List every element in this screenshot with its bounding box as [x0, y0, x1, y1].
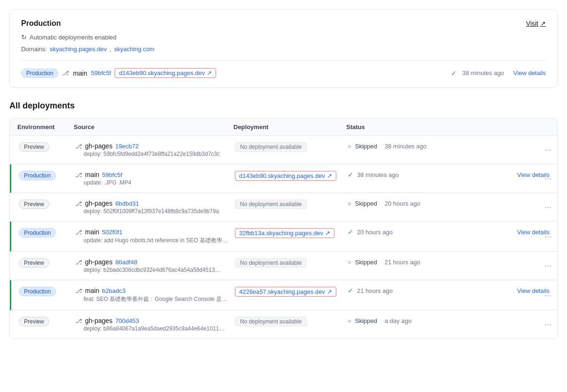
external-link-icon: ↗: [325, 230, 330, 237]
production-badge: Production: [19, 287, 56, 296]
commit-link[interactable]: b2badc3: [102, 287, 125, 294]
skipped-text: Skipped: [355, 259, 377, 266]
col-status: Status: [346, 123, 550, 131]
commit-link[interactable]: 6bdbd31: [115, 200, 139, 207]
branch-name: gh-pages: [85, 142, 112, 150]
source-col: ⎇gh-pages700d453deploy: b86a84067a1a9ea5…: [75, 317, 235, 332]
branch-icon: ⎇: [75, 171, 82, 178]
env-col: Production: [19, 287, 75, 296]
more-options-button[interactable]: ···: [544, 203, 551, 211]
branch-name: main: [85, 228, 99, 236]
status-col: »Skipped21 hours ago: [348, 258, 550, 266]
no-deployment-badge: No deployment available: [235, 317, 307, 326]
table-row: Preview⎇gh-pages6bdbd31deploy: 502f0f100…: [10, 193, 557, 222]
source-sub: update: .JPG .MP4: [75, 179, 235, 186]
branch-name: gh-pages: [85, 258, 112, 266]
section-title: All deployments: [9, 101, 558, 111]
more-options-button[interactable]: ···: [544, 320, 551, 329]
time-text: 20 hours ago: [385, 200, 420, 207]
time-text: 20 hours ago: [357, 229, 393, 236]
commit-link[interactable]: 19ecb72: [115, 143, 139, 150]
production-header: Production Visit ↗: [21, 19, 546, 28]
domains-row: Domains: skyaching.pages.dev , skyaching…: [21, 46, 546, 53]
skipped-text: Skipped: [355, 143, 377, 150]
env-col: Preview: [19, 200, 75, 209]
commit-link[interactable]: 59bfc5f: [102, 171, 122, 178]
deployment-url-link[interactable]: 32fbb13a.skyaching.pages.dev ↗: [235, 228, 334, 238]
status-col: ✓38 minutes agoView details: [348, 171, 550, 178]
commit-link[interactable]: 86adf48: [115, 259, 137, 266]
production-card: Production Visit ↗ ↻ Automatic deploymen…: [9, 9, 558, 88]
no-deployment-badge: No deployment available: [235, 258, 307, 268]
production-deployment-row: Production ⎇ main 59bfc5f d143eb90.skyac…: [21, 68, 546, 78]
branch-icon: ⎇: [75, 143, 82, 150]
more-options-button[interactable]: ···: [544, 261, 551, 270]
table-row: Preview⎇gh-pages86adf48deploy: b2badc308…: [10, 252, 557, 280]
external-link-icon: ↗: [207, 69, 212, 77]
deployment-col: No deployment available: [235, 200, 348, 209]
source-col: ⎇gh-pages19ecb72deploy: 59bfc5fd9edd2e4f…: [75, 142, 235, 157]
env-col: Preview: [19, 258, 75, 268]
no-deployment-badge: No deployment available: [235, 200, 307, 209]
table-row: Production⎇main502f0f1update: add Hugo r…: [10, 222, 557, 252]
status-col: ✓21 hours agoView details: [348, 287, 550, 294]
deployment-url-link[interactable]: d143eb90.skyaching.pages.dev ↗: [115, 68, 216, 78]
deployments-table: Environment Source Deployment Status Pre…: [9, 118, 558, 339]
status-col: »Skipped38 minutes ago: [348, 142, 550, 150]
no-deployment-badge: No deployment available: [235, 142, 307, 152]
source-col: ⎇gh-pages6bdbd31deploy: 502f0f1009ff7a13…: [75, 200, 235, 215]
external-link-icon: ↗: [540, 20, 546, 27]
deployment-col: 32fbb13a.skyaching.pages.dev ↗: [235, 228, 348, 238]
commit-link[interactable]: 502f0f1: [102, 229, 122, 236]
time-text: 38 minutes ago: [357, 171, 399, 178]
branch-icon: ⎇: [62, 69, 69, 77]
more-options-button[interactable]: ···: [544, 146, 551, 154]
env-col: Production: [19, 171, 75, 180]
source-sub: update: add Hugo robots.txt reference in…: [75, 237, 235, 245]
source-sub: deploy: b86a84067a1a9ea5daed2935c8a44e64…: [75, 325, 235, 332]
skipped-text: Skipped: [355, 200, 377, 207]
status-col: ✓20 hours agoView details: [348, 228, 550, 236]
more-options-button[interactable]: ···: [544, 174, 551, 183]
branch-icon: ⎇: [75, 317, 82, 324]
time-text: 21 hours ago: [385, 259, 420, 266]
preview-badge: Preview: [19, 142, 49, 152]
env-col: Preview: [19, 142, 75, 152]
table-header: Environment Source Deployment Status: [10, 119, 557, 136]
deployment-url-link[interactable]: d143eb90.skyaching.pages.dev ↗: [235, 171, 336, 181]
domain-link-pages[interactable]: skyaching.pages.dev: [50, 46, 107, 53]
check-icon: ✓: [348, 287, 353, 294]
status-col: »Skippeda day ago: [348, 317, 550, 324]
time-text: 38 minutes ago: [385, 143, 427, 150]
view-details-link[interactable]: View details: [513, 69, 546, 77]
visit-link[interactable]: Visit ↗: [526, 20, 546, 27]
preview-badge: Preview: [19, 317, 49, 326]
branch-name: main: [85, 171, 99, 178]
status-col: »Skipped20 hours ago: [348, 200, 550, 207]
commit-link[interactable]: 700d453: [115, 317, 139, 324]
production-badge: Production: [21, 69, 58, 78]
source-sub: feat: SEO 基礎教學番外篇：Google Search Console …: [75, 295, 235, 303]
source-col: ⎇gh-pages86adf48deploy: b2badc308cdbc932…: [75, 258, 235, 273]
branch-icon: ⎇: [75, 259, 82, 266]
col-environment: Environment: [17, 123, 74, 131]
source-col: ⎇mainb2badc3feat: SEO 基礎教學番外篇：Google Sea…: [75, 287, 235, 303]
deployment-col: No deployment available: [235, 258, 348, 268]
commit-link[interactable]: 59bfc5f: [91, 69, 111, 77]
refresh-icon: ↻: [21, 33, 27, 41]
col-deployment: Deployment: [233, 123, 346, 131]
skip-icon: »: [348, 142, 351, 150]
external-link-icon: ↗: [327, 172, 332, 179]
branch-name: main: [85, 287, 99, 294]
branch-icon: ⎇: [75, 229, 82, 236]
more-options-button[interactable]: ···: [544, 291, 551, 300]
check-icon: ✓: [348, 228, 353, 236]
check-icon: ✓: [348, 171, 353, 178]
production-badge: Production: [19, 228, 56, 238]
deployment-url-link[interactable]: 4228ea57.skyaching.pages.dev ↗: [235, 287, 336, 297]
domain-link-com[interactable]: skyaching.com: [114, 46, 155, 53]
skip-icon: »: [348, 258, 351, 266]
skip-icon: »: [348, 317, 351, 324]
more-options-button[interactable]: ···: [544, 232, 551, 241]
source-sub: deploy: 59bfc5fd9edd2e4f73e8ffa21a22e159…: [75, 151, 235, 157]
